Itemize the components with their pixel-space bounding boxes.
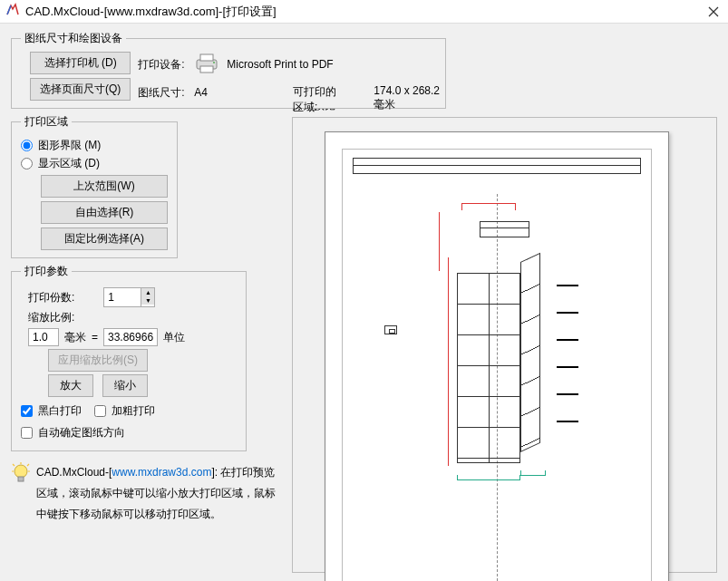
copies-input[interactable] — [104, 288, 141, 306]
scale-label: 缩放比例: — [28, 310, 74, 325]
zoom-in-button[interactable]: 放大 — [48, 374, 93, 397]
svg-rect-2 — [200, 66, 213, 73]
select-printer-button[interactable]: 选择打印机 (D) — [30, 52, 131, 74]
preview-page — [325, 131, 669, 581]
radio-display-area-label: 显示区域 (D) — [38, 156, 100, 171]
free-select-button[interactable]: 自由选择(R) — [41, 201, 168, 224]
hint-link[interactable]: www.mxdraw3d.com — [112, 466, 211, 479]
device-label: 打印设备: — [138, 57, 194, 73]
lightbulb-icon — [11, 462, 31, 495]
checkbox-bold-print[interactable] — [94, 405, 106, 417]
spinner-up-icon[interactable]: ▲ — [141, 288, 154, 296]
app-logo-icon — [5, 3, 20, 20]
scale-right-input[interactable] — [103, 328, 158, 346]
fixed-scale-select-button[interactable]: 固定比例选择(A) — [41, 228, 168, 250]
scale-left-input[interactable] — [28, 328, 59, 346]
checkbox-bw-print-label: 黑白打印 — [38, 403, 82, 419]
print-params-group: 打印参数 打印份数: ▲ ▼ 缩放比例: 毫米 = — [11, 264, 247, 451]
checkbox-bold-print-label: 加粗打印 — [112, 403, 155, 419]
titlebar: CAD.MxCloud-[www.mxdraw3d.com]-[打印设置] — [0, 0, 728, 24]
spinner-down-icon[interactable]: ▼ — [141, 296, 154, 305]
zoom-out-button[interactable]: 缩小 — [102, 374, 148, 397]
hint-suffix: ]: — [211, 466, 218, 479]
close-button[interactable] — [704, 3, 723, 21]
printer-icon — [194, 53, 219, 77]
svg-rect-5 — [18, 477, 24, 481]
svg-rect-1 — [200, 54, 213, 61]
printable-area-label: 可打印的区域: — [293, 84, 346, 115]
svg-point-4 — [15, 465, 27, 478]
radio-graphic-limits[interactable] — [21, 140, 33, 151]
device-value: Microsoft Print to PDF — [227, 58, 333, 71]
printable-area-value: 174.0 x 268.2 毫米 — [374, 84, 445, 115]
radio-graphic-limits-label: 图形界限 (M) — [38, 138, 101, 153]
print-area-legend: 打印区域 — [21, 114, 72, 130]
select-page-size-button[interactable]: 选择页面尺寸(Q) — [30, 78, 131, 101]
copies-label: 打印份数: — [28, 290, 74, 305]
scale-unit-unit: 单位 — [163, 330, 185, 345]
scale-unit-mm: 毫米 — [64, 330, 86, 345]
close-icon — [708, 6, 719, 17]
print-area-group: 打印区域 图形界限 (M) 显示区域 (D) 上次范围(W) 自由选择(R) 固… — [11, 114, 178, 258]
copies-spinner[interactable]: ▲ ▼ — [103, 287, 155, 307]
print-params-legend: 打印参数 — [21, 264, 72, 279]
hint-section: CAD.MxCloud-[www.mxdraw3d.com]: 在打印预览区域，… — [11, 462, 283, 524]
radio-display-area[interactable] — [21, 158, 33, 169]
apply-scale-button[interactable]: 应用缩放比例(S) — [48, 349, 148, 372]
window-title: CAD.MxCloud-[www.mxdraw3d.com]-[打印设置] — [25, 4, 704, 20]
paper-size-value: A4 — [194, 86, 239, 99]
svg-point-3 — [213, 62, 215, 63]
paper-size-label: 图纸尺寸: — [138, 85, 194, 101]
preview-drawing — [353, 158, 641, 581]
hint-prefix: CAD.MxCloud-[ — [36, 466, 112, 479]
print-preview-area[interactable] — [292, 117, 717, 573]
checkbox-bw-print[interactable] — [21, 405, 33, 417]
checkbox-auto-orient-label: 自动确定图纸方向 — [38, 425, 125, 441]
checkbox-auto-orient[interactable] — [21, 427, 33, 439]
paper-device-legend: 图纸尺寸和绘图设备 — [21, 31, 126, 46]
last-range-button[interactable]: 上次范围(W) — [41, 175, 168, 198]
scale-equals: = — [92, 331, 98, 344]
paper-device-group: 图纸尺寸和绘图设备 选择打印机 (D) 选择页面尺寸(Q) 打印设备: — [11, 31, 446, 109]
